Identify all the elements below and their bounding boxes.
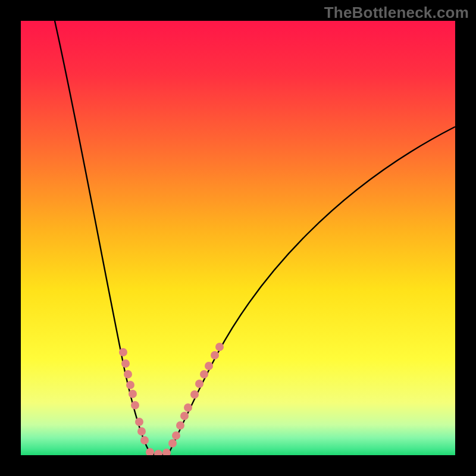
data-point <box>200 370 208 378</box>
data-point <box>135 418 143 426</box>
data-point <box>162 449 171 455</box>
data-point <box>205 362 213 370</box>
chart-frame: TheBottleneck.com <box>0 0 476 476</box>
bottleneck-curve <box>21 21 455 455</box>
data-point <box>137 427 146 436</box>
data-point <box>211 351 219 359</box>
data-point <box>126 381 134 389</box>
data-point <box>180 412 189 420</box>
data-point <box>119 348 127 356</box>
data-point <box>215 343 224 351</box>
data-point <box>184 403 192 412</box>
data-point <box>154 450 162 455</box>
data-point <box>129 390 137 398</box>
data-point <box>131 401 139 409</box>
watermark-text: TheBottleneck.com <box>324 4 469 22</box>
plot-area <box>21 21 455 455</box>
data-point <box>168 439 177 447</box>
data-point <box>140 436 149 444</box>
data-point <box>172 431 180 440</box>
data-point <box>195 380 203 388</box>
data-point <box>121 359 130 368</box>
data-point <box>176 421 184 430</box>
data-point <box>190 390 199 399</box>
data-point <box>124 370 132 378</box>
data-point <box>146 448 154 455</box>
